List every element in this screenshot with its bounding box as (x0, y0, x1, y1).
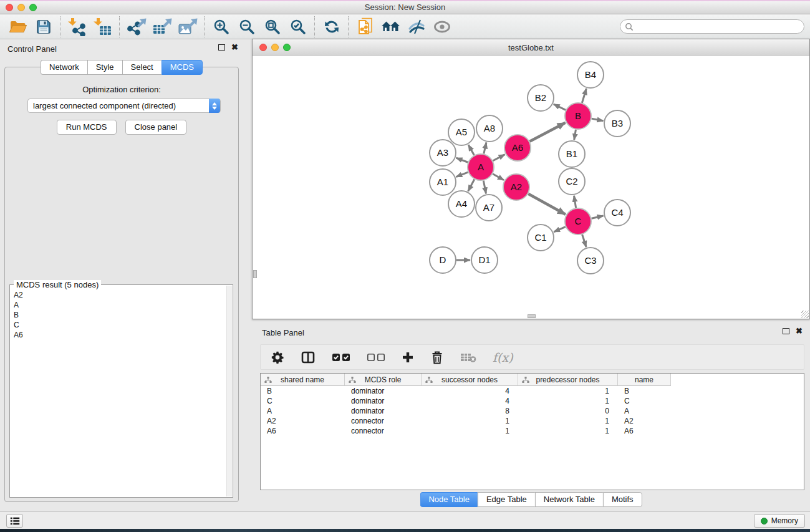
hide-details-icon[interactable] (403, 16, 429, 38)
edge-A-A2[interactable] (493, 174, 504, 180)
cell-successor-nodes[interactable]: 4 (422, 397, 518, 405)
table-row[interactable]: Cdominator41C (261, 396, 804, 406)
window-resize-grip[interactable] (801, 311, 809, 318)
refresh-icon[interactable] (319, 16, 344, 38)
cell-shared-name[interactable]: A (261, 407, 345, 415)
tab-style[interactable]: Style (87, 60, 122, 75)
graph-node-B4[interactable]: B4 (577, 62, 604, 88)
cell-MCDS-role[interactable]: connector (345, 427, 422, 435)
network-vertical-scroll-thumb[interactable] (253, 270, 257, 278)
table-row[interactable]: A2connector11A2 (261, 416, 804, 426)
create-column-icon[interactable] (402, 351, 414, 364)
network-window-titlebar[interactable]: testGlobe.txt (253, 39, 809, 56)
tab-edge-table[interactable]: Edge Table (478, 492, 535, 507)
column-header-shared-name[interactable]: shared name (261, 374, 345, 386)
edge-A-A3[interactable] (456, 158, 468, 162)
cell-name[interactable]: B (618, 387, 671, 395)
column-header-name[interactable]: name (618, 374, 671, 386)
cell-successor-nodes[interactable]: 1 (422, 417, 518, 425)
graph-node-C2[interactable]: C2 (559, 168, 585, 195)
edge-B-B3[interactable] (592, 118, 604, 121)
graph-node-B2[interactable]: B2 (528, 85, 554, 111)
cell-MCDS-role[interactable]: connector (345, 417, 422, 425)
tab-node-table[interactable]: Node Table (420, 492, 478, 507)
edge-A-A6[interactable] (493, 155, 504, 161)
cell-shared-name[interactable]: A2 (261, 417, 345, 425)
graph-node-A4[interactable]: A4 (448, 191, 475, 217)
mcds-result-item[interactable]: C (14, 320, 224, 330)
edge-B-B1[interactable] (574, 130, 576, 140)
import-table-icon[interactable] (90, 16, 115, 38)
column-management-icon[interactable] (301, 350, 316, 365)
tab-mcds[interactable]: MCDS (162, 60, 203, 75)
zoom-out-icon[interactable] (234, 16, 259, 38)
export-table-icon[interactable] (149, 16, 175, 38)
edge-A-A4[interactable] (468, 179, 475, 191)
graph-node-A5[interactable]: A5 (448, 119, 475, 145)
float-panel-icon[interactable] (783, 328, 789, 334)
deselect-all-icon[interactable] (367, 352, 385, 362)
graph-node-B1[interactable]: B1 (559, 141, 585, 167)
tab-network[interactable]: Network (41, 60, 87, 75)
graph-node-A3[interactable]: A3 (430, 140, 456, 166)
edge-A6-B[interactable] (529, 123, 565, 142)
mcds-result-list[interactable]: A2ABCA6 (14, 290, 224, 495)
zoom-fit-icon[interactable] (259, 16, 285, 38)
edge-B-B2[interactable] (554, 104, 566, 110)
show-all-networks-icon[interactable] (378, 16, 403, 38)
network-graph[interactable]: B4B2BB3A5A8A6A3AB1A1A2C2A4A7C4CC1C3DD1 (253, 56, 809, 319)
cell-shared-name[interactable]: A6 (261, 427, 345, 435)
mcds-result-item[interactable]: A6 (14, 330, 224, 340)
cell-predecessor-nodes[interactable]: 1 (518, 417, 618, 425)
cell-name[interactable]: A6 (618, 427, 671, 435)
graph-node-A8[interactable]: A8 (476, 115, 503, 142)
float-panel-icon[interactable] (218, 44, 225, 51)
cell-name[interactable]: A2 (618, 417, 671, 425)
graph-node-C1[interactable]: C1 (528, 225, 554, 251)
cell-successor-nodes[interactable]: 1 (422, 427, 518, 435)
mcds-result-item[interactable]: B (14, 310, 224, 320)
delete-columns-icon[interactable] (430, 350, 444, 365)
edge-A-A7[interactable] (483, 181, 486, 194)
save-session-icon[interactable] (31, 16, 56, 38)
close-panel-icon[interactable]: ✖ (231, 44, 238, 51)
open-file-icon[interactable] (5, 16, 31, 38)
zoom-in-icon[interactable] (208, 16, 234, 38)
cell-name[interactable]: A (618, 407, 671, 415)
cell-predecessor-nodes[interactable]: 0 (518, 407, 618, 415)
graph-node-A1[interactable]: A1 (430, 169, 456, 195)
edge-C-C4[interactable] (591, 216, 603, 218)
column-header-MCDS-role[interactable]: MCDS role (345, 374, 422, 386)
graph-node-A6[interactable]: A6 (504, 135, 531, 161)
export-image-icon[interactable] (175, 16, 200, 38)
settings-gear-icon[interactable] (271, 351, 284, 364)
tab-network-table[interactable]: Network Table (535, 492, 603, 507)
close-panel-button[interactable]: Close panel (125, 120, 187, 135)
select-all-icon[interactable] (332, 352, 350, 362)
node-table[interactable]: shared nameMCDS rolesuccessor nodesprede… (260, 373, 804, 490)
graph-node-A2[interactable]: A2 (503, 174, 529, 200)
mcds-result-scrollbar[interactable] (226, 286, 232, 496)
graph-node-B3[interactable]: B3 (604, 110, 630, 137)
optimization-criterion-select[interactable]: largest connected component (directed) (27, 99, 221, 113)
graph-node-D1[interactable]: D1 (471, 247, 498, 273)
mcds-result-item[interactable]: A2 (14, 290, 224, 300)
cell-predecessor-nodes[interactable]: 1 (518, 397, 618, 405)
edge-C-C1[interactable] (554, 227, 566, 232)
edge-A2-C[interactable] (528, 194, 566, 215)
graph-node-A[interactable]: A (468, 154, 494, 180)
cell-MCDS-role[interactable]: dominator (345, 407, 422, 415)
cell-name[interactable]: C (618, 397, 671, 405)
graph-node-B[interactable]: B (565, 103, 591, 129)
graph-node-C3[interactable]: C3 (577, 248, 604, 274)
cell-predecessor-nodes[interactable]: 1 (518, 387, 618, 395)
table-row[interactable]: Bdominator41B (261, 386, 804, 396)
graph-node-A7[interactable]: A7 (476, 195, 502, 221)
memory-button[interactable]: Memory (754, 514, 805, 528)
run-mcds-button[interactable]: Run MCDS (57, 120, 117, 135)
zoom-selected-icon[interactable] (285, 16, 311, 38)
cell-successor-nodes[interactable]: 8 (422, 407, 518, 415)
show-graphics-details-icon[interactable] (429, 16, 455, 38)
cell-predecessor-nodes[interactable]: 1 (518, 427, 618, 435)
show-panels-button[interactable] (6, 514, 23, 528)
